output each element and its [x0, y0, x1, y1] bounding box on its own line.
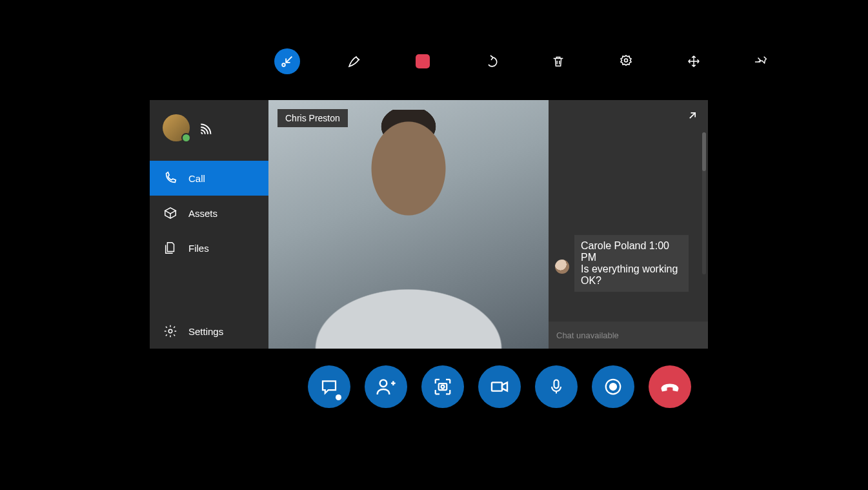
sidebar-header	[150, 100, 268, 161]
pin-icon	[753, 54, 770, 68]
mic-button[interactable]	[535, 365, 578, 408]
participant-name-chip: Chris Preston	[278, 109, 348, 127]
sidebar-item-label: Files	[188, 243, 209, 254]
hangup-icon	[658, 375, 681, 398]
chat-unavailable-label: Chat unavailable	[556, 331, 619, 340]
record-circle-icon	[603, 377, 623, 396]
status-available-icon	[181, 133, 191, 143]
top-toolbar	[274, 48, 774, 74]
video-button[interactable]	[478, 365, 521, 408]
sidebar-item-label: Call	[188, 173, 205, 184]
sidebar-item-files[interactable]: Files	[150, 230, 268, 265]
move-button[interactable]	[681, 48, 707, 74]
mic-icon	[547, 378, 565, 396]
message-avatar	[555, 260, 569, 274]
undo-button[interactable]	[478, 48, 503, 74]
files-icon	[163, 241, 178, 255]
pen-button[interactable]	[342, 48, 368, 74]
pen-icon	[347, 54, 363, 69]
app-window: Call Assets Files	[150, 100, 708, 349]
undo-icon	[483, 54, 498, 69]
snapshot-button[interactable]	[421, 365, 464, 408]
svg-point-3	[380, 380, 387, 387]
chat-message: Carole Poland 1:00 PM Is everything work…	[574, 235, 689, 292]
badge-button[interactable]	[613, 48, 639, 74]
chat-panel: Carole Poland 1:00 PM Is everything work…	[549, 100, 708, 349]
collapse-icon	[280, 54, 294, 68]
trash-icon	[551, 54, 565, 68]
move-icon	[687, 54, 701, 68]
message-sender: Carole Poland	[581, 240, 646, 251]
add-person-icon	[376, 376, 396, 397]
participant-video	[268, 100, 549, 349]
camera-focus-icon	[433, 377, 452, 396]
record-button[interactable]	[592, 365, 634, 408]
settings-icon	[163, 324, 178, 338]
add-person-button[interactable]	[365, 365, 407, 408]
record-square-button[interactable]	[410, 48, 436, 74]
chat-icon	[319, 377, 339, 396]
video-area: Chris Preston	[268, 100, 549, 349]
video-icon	[489, 376, 510, 397]
svg-rect-7	[554, 380, 559, 389]
notification-dot-icon	[336, 394, 341, 400]
svg-point-5	[441, 385, 445, 389]
call-bar	[308, 365, 691, 408]
sidebar-item-assets[interactable]: Assets	[150, 196, 268, 230]
message-text: Is everything working OK?	[581, 263, 682, 287]
end-call-button[interactable]	[649, 365, 691, 408]
sidebar-item-call[interactable]: Call	[150, 161, 268, 196]
chat-messages[interactable]: Carole Poland 1:00 PM Is everything work…	[549, 100, 708, 322]
svg-point-1	[625, 59, 628, 62]
svg-point-0	[282, 63, 285, 66]
sidebar-item-settings[interactable]: Settings	[150, 314, 268, 349]
user-avatar[interactable]	[163, 114, 190, 141]
chat-scrollbar[interactable]	[702, 132, 706, 274]
sidebar-item-label: Settings	[188, 326, 223, 337]
phone-icon	[163, 171, 178, 185]
sidebar: Call Assets Files	[150, 100, 268, 349]
svg-point-2	[168, 329, 172, 333]
cast-icon[interactable]	[199, 121, 216, 135]
sidebar-item-label: Assets	[188, 208, 217, 219]
chat-input-disabled: Chat unavailable	[549, 322, 708, 349]
badge-icon	[618, 54, 634, 69]
participant-name: Chris Preston	[285, 113, 340, 123]
svg-rect-6	[492, 382, 502, 391]
record-square-icon	[416, 54, 430, 68]
trash-button[interactable]	[545, 48, 571, 74]
chat-button[interactable]	[308, 365, 350, 408]
svg-point-9	[610, 383, 616, 390]
box-icon	[163, 206, 178, 220]
pin-button[interactable]	[749, 48, 774, 74]
chat-scrollbar-thumb[interactable]	[702, 132, 706, 171]
collapse-button[interactable]	[274, 48, 300, 74]
